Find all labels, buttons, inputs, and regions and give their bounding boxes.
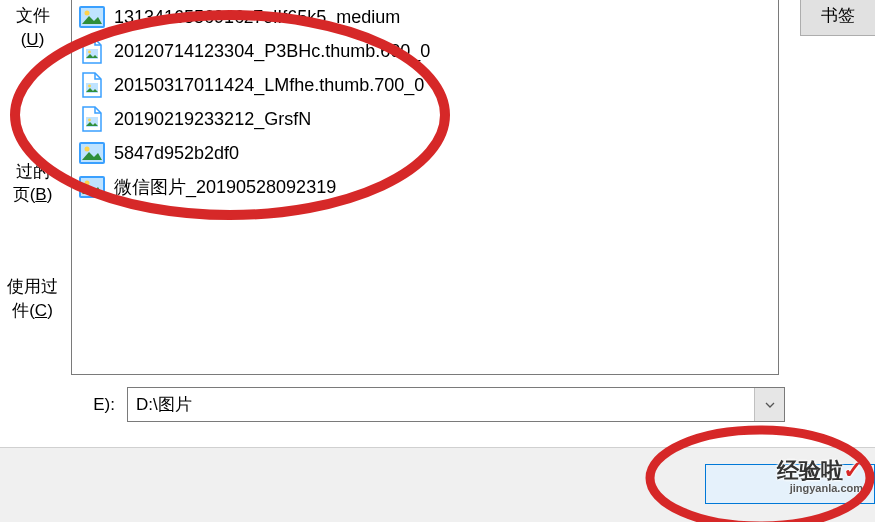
bookmark-label: 书签 (821, 6, 855, 25)
path-dropdown-button[interactable] (754, 388, 784, 421)
image-file-icon (78, 37, 106, 65)
svg-point-4 (88, 51, 91, 54)
svg-point-6 (88, 85, 91, 88)
sidebar-label: 使用过 (7, 277, 58, 296)
sidebar-label: 文件 (16, 6, 50, 25)
image-icon (78, 173, 106, 201)
file-row[interactable]: 20120714123304_P3BHc.thumb.600_0 (72, 34, 778, 68)
sidebar-accel: 件(C) (0, 299, 65, 323)
image-file-icon (78, 71, 106, 99)
chevron-down-icon (764, 399, 776, 411)
file-name: 20190219233212_GrsfN (114, 109, 311, 130)
file-row[interactable]: 1313416556916z7olIf65k5_medium (72, 0, 778, 34)
svg-point-8 (88, 119, 91, 122)
sidebar-item-recent-files[interactable]: 使用过 件(C) (0, 271, 65, 327)
sidebar-item-recent-pages[interactable]: 过的 页(B) (0, 156, 65, 212)
file-name: 20150317011424_LMfhe.thumb.700_0 (114, 75, 424, 96)
confirm-button[interactable] (705, 464, 875, 504)
file-name: 微信图片_20190528092319 (114, 175, 336, 199)
path-label: E): (65, 395, 115, 415)
sidebar-item-file[interactable]: 文件 (U) (0, 0, 65, 56)
file-row[interactable]: 5847d952b2df0 (72, 136, 778, 170)
svg-point-11 (85, 147, 90, 152)
sidebar-accel: 页(B) (0, 183, 65, 207)
file-name: 1313416556916z7olIf65k5_medium (114, 7, 400, 28)
bottom-bar (0, 447, 875, 522)
file-name: 5847d952b2df0 (114, 143, 239, 164)
sidebar-label: 过的 (16, 162, 50, 181)
image-icon (78, 139, 106, 167)
path-input[interactable] (128, 388, 754, 421)
svg-point-2 (85, 11, 90, 16)
image-icon (78, 3, 106, 31)
sidebar-accel: (U) (0, 28, 65, 52)
svg-point-14 (85, 181, 90, 186)
file-row[interactable]: 微信图片_20190528092319 (72, 170, 778, 204)
file-name: 20120714123304_P3BHc.thumb.600_0 (114, 41, 430, 62)
path-combobox[interactable] (127, 387, 785, 422)
file-list[interactable]: 1313416556916z7olIf65k5_medium2012071412… (71, 0, 779, 375)
file-row[interactable]: 20150317011424_LMfhe.thumb.700_0 (72, 68, 778, 102)
bookmark-button[interactable]: 书签 (800, 0, 875, 36)
image-file-icon (78, 105, 106, 133)
file-row[interactable]: 20190219233212_GrsfN (72, 102, 778, 136)
